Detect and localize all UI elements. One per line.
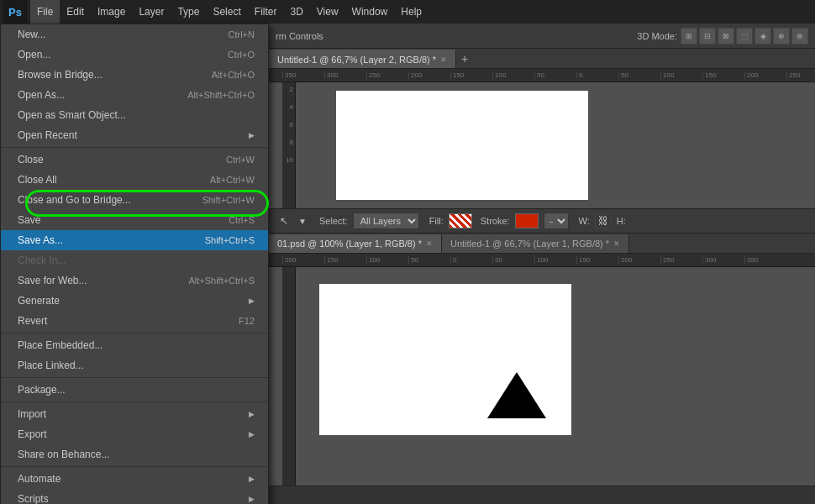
- menu-select[interactable]: Select: [206, 0, 247, 24]
- ruler-vertical-bottom: [282, 267, 296, 486]
- menu-place-embedded[interactable]: Place Embedded...: [1, 335, 268, 355]
- menu-image[interactable]: Image: [91, 0, 132, 24]
- toolbar-btn-2[interactable]: ⊟: [699, 28, 716, 45]
- canvas-document-bottom: [319, 284, 571, 435]
- menu-filter[interactable]: Filter: [248, 0, 284, 24]
- toolbar-btn-3[interactable]: ⊠: [718, 28, 734, 45]
- select-label: Select:: [319, 216, 348, 226]
- menu-open-smart[interactable]: Open as Smart Object...: [1, 105, 268, 125]
- menu-type[interactable]: Type: [171, 0, 206, 24]
- separator-5: [1, 466, 268, 467]
- triangle-shape: [487, 372, 546, 418]
- menubar: Ps File Edit Image Layer Type Select Fil…: [0, 0, 815, 24]
- path-tool-btn[interactable]: ↖: [276, 213, 292, 229]
- menu-open-recent[interactable]: Open Recent: [1, 125, 268, 145]
- menu-view[interactable]: View: [310, 0, 345, 24]
- width-label: W:: [579, 216, 590, 226]
- rm-controls-label: rm Controls: [276, 31, 323, 41]
- menu-close-bridge[interactable]: Close and Go to Bridge... Shift+Ctrl+W: [1, 190, 268, 210]
- tab-bar-top: Untitled-1 @ 66,7% (Layer 2, RGB/8) * ✕ …: [269, 49, 815, 69]
- tab-01psd[interactable]: 01.psd @ 100% (Layer 1, RGB/8) * ✕: [269, 234, 442, 253]
- options-bar: rm Controls 3D Mode: ⊞ ⊟ ⊠ ⬚ ◈ ⊕ ⊗: [269, 24, 815, 49]
- tab-close-untitled1-bottom[interactable]: ✕: [613, 239, 620, 248]
- menu-open-as[interactable]: Open As... Alt+Shift+Ctrl+O: [1, 85, 268, 105]
- status-bar: [269, 486, 815, 504]
- menu-close[interactable]: Close Ctrl+W: [1, 150, 268, 170]
- menu-place-linked[interactable]: Place Linked...: [1, 355, 268, 375]
- ps-logo: Ps: [3, 0, 27, 24]
- toolbar-btn-4[interactable]: ⬚: [736, 28, 753, 45]
- menu-new[interactable]: New... Ctrl+N: [1, 24, 268, 45]
- toolbar-btn-5[interactable]: ◈: [755, 28, 771, 45]
- separator-2: [1, 333, 268, 333]
- menu-scripts[interactable]: Scripts: [1, 489, 268, 504]
- tab-untitled1-bottom[interactable]: Untitled-1 @ 66,7% (Layer 1, RGB/8) * ✕: [442, 234, 629, 253]
- tab-bar-bottom: 01.psd @ 100% (Layer 1, RGB/8) * ✕ Untit…: [269, 234, 815, 254]
- menu-file[interactable]: File: [30, 0, 60, 24]
- stroke-swatch[interactable]: [515, 213, 539, 228]
- options-bar-2: ↖ ▼ Select: All Layers Fill: Stroke: — W…: [269, 208, 815, 234]
- tab-close-01psd[interactable]: ✕: [426, 239, 433, 248]
- select-dropdown[interactable]: All Layers: [353, 213, 419, 229]
- menu-save-as[interactable]: Save As... Shift+Ctrl+S: [1, 230, 268, 250]
- tab-untitled1[interactable]: Untitled-1 @ 66,7% (Layer 2, RGB/8) * ✕: [269, 50, 456, 68]
- arrow-tool-btn[interactable]: ▼: [294, 213, 311, 229]
- link-icon[interactable]: ⛓: [595, 213, 612, 228]
- menu-package[interactable]: Package...: [1, 380, 268, 400]
- stroke-weight-dropdown[interactable]: —: [544, 213, 569, 229]
- ruler-horizontal-bottom: 200 150 100 50 0 50 100 150 200 250 300 …: [269, 254, 815, 267]
- menu-check-in: Check In...: [1, 250, 268, 270]
- menu-save-web[interactable]: Save for Web... Alt+Shift+Ctrl+S: [1, 270, 268, 291]
- file-dropdown-menu: New... Ctrl+N Open... Ctrl+O Browse in B…: [0, 24, 269, 504]
- fill-label: Fill:: [429, 216, 444, 226]
- menu-help[interactable]: Help: [394, 0, 429, 24]
- menu-open[interactable]: Open... Ctrl+O: [1, 45, 268, 65]
- separator-1: [1, 147, 268, 148]
- canvas-top: 2 4 6 8 10: [269, 82, 815, 208]
- stroke-label: Stroke:: [481, 216, 510, 226]
- menu-save[interactable]: Save Ctrl+S: [1, 210, 268, 230]
- height-label: H:: [617, 216, 626, 226]
- tab-add-btn[interactable]: +: [456, 50, 473, 68]
- menu-automate[interactable]: Automate: [1, 469, 268, 489]
- canvas-document-top: [336, 91, 588, 200]
- toolbar-btn-6[interactable]: ⊕: [773, 28, 790, 45]
- menu-window[interactable]: Window: [345, 0, 395, 24]
- menu-revert[interactable]: Revert F12: [1, 311, 268, 331]
- menu-browse-bridge[interactable]: Browse in Bridge... Alt+Ctrl+O: [1, 65, 268, 85]
- separator-3: [1, 377, 268, 378]
- menu-import[interactable]: Import: [1, 404, 268, 424]
- menu-layer[interactable]: Layer: [132, 0, 171, 24]
- menu-share-behance[interactable]: Share on Behance...: [1, 444, 268, 465]
- menu-generate[interactable]: Generate: [1, 291, 268, 311]
- tab-close-untitled1[interactable]: ✕: [440, 55, 447, 64]
- ruler-horizontal-top: 350 300 250 200 150 100 50 0 50 100 150 …: [269, 69, 815, 82]
- separator-4: [1, 402, 268, 402]
- fill-swatch[interactable]: [449, 213, 472, 228]
- 3d-mode-label: 3D Mode:: [637, 31, 677, 41]
- toolbar-btn-7[interactable]: ⊗: [791, 28, 808, 45]
- ruler-vertical-top: 2 4 6 8 10: [282, 82, 296, 208]
- menu-export[interactable]: Export: [1, 424, 268, 444]
- canvas-bottom: [269, 267, 815, 486]
- menu-3d[interactable]: 3D: [283, 0, 309, 24]
- toolbar-btn-1[interactable]: ⊞: [681, 28, 697, 45]
- menu-edit[interactable]: Edit: [60, 0, 91, 24]
- menu-close-all[interactable]: Close All Alt+Ctrl+W: [1, 170, 268, 190]
